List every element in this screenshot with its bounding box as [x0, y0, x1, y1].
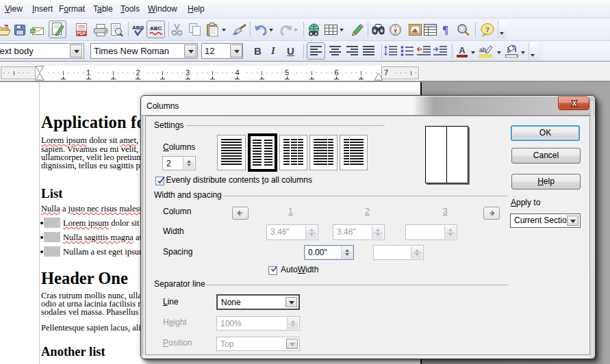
svg-text:ab: ab	[479, 47, 486, 53]
svg-text:A: A	[459, 45, 466, 55]
svg-text:¶: ¶	[442, 24, 448, 36]
svg-text:?: ?	[485, 25, 490, 34]
svg-text:ABC: ABC	[150, 25, 162, 31]
svg-text:PDF: PDF	[77, 31, 86, 36]
